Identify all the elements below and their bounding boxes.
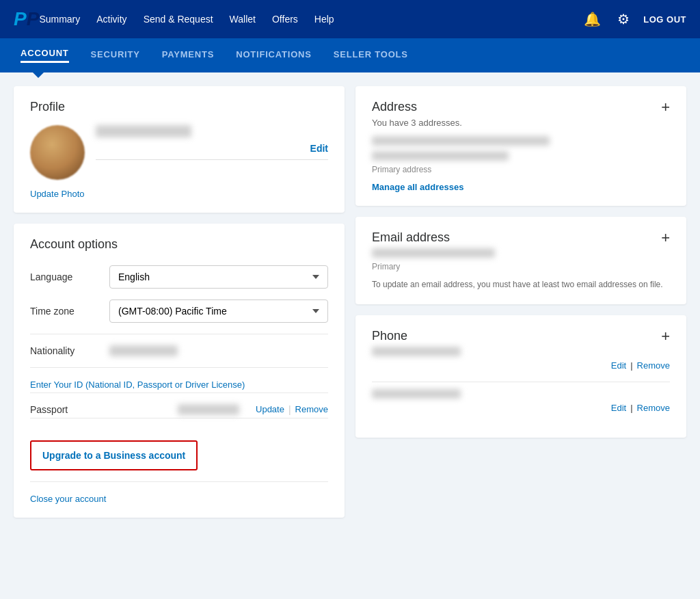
upgrade-box: Upgrade to a Business account [30,440,198,470]
phone-remove-1[interactable]: Remove [637,360,670,371]
email-note: To update an email address, you must hav… [372,278,670,291]
notifications-icon[interactable]: 🔔 [581,8,604,30]
passport-label: Passport [30,404,98,415]
phone-actions-1: Edit | Remove [372,360,670,371]
phone-card-title: Phone [372,329,407,343]
sub-navigation-wrapper: ACCOUNT SECURITY PAYMENTS NOTIFICATIONS … [0,38,700,72]
settings-icon[interactable]: ⚙ [615,8,632,30]
timezone-label: Time zone [30,306,98,317]
nationality-label: Nationality [30,345,98,356]
account-options-card: Account options Language English Time zo… [14,224,345,518]
profile-edit-row: Edit [96,143,328,154]
add-email-button[interactable]: + [661,230,670,245]
profile-name-blurred [96,125,191,137]
phone-edit-1[interactable]: Edit [611,360,626,371]
phone-remove-2[interactable]: Remove [637,403,670,413]
avatar [30,125,85,180]
phone-card: Phone + Edit | Remove Edit | Remove [355,315,686,438]
nav-help[interactable]: Help [314,14,334,25]
primary-email-label: Primary [372,262,670,271]
address-header: Address + [372,100,670,115]
enter-id-divider [30,367,328,368]
phone-entry-2: Edit | Remove [372,389,670,413]
phone-blurred-2 [372,389,461,399]
enter-id-link[interactable]: Enter Your ID (National ID, Passport or … [30,380,245,390]
profile-edit-link[interactable]: Edit [310,143,328,154]
phone-separator-1: | [630,360,632,371]
subnav-security[interactable]: SECURITY [91,49,140,62]
left-column: Profile Edit Update Photo Account option… [14,86,345,518]
phone-separator-2: | [630,403,632,413]
profile-row: Edit [30,125,328,180]
logout-button[interactable]: LOG OUT [643,14,686,25]
add-address-button[interactable]: + [661,100,670,115]
primary-address-label: Primary address [372,165,670,174]
subnav-seller-tools[interactable]: SELLER TOOLS [334,49,408,62]
passport-divider [30,392,328,393]
nav-offers[interactable]: Offers [272,14,298,25]
passport-update-link[interactable]: Update [256,404,284,415]
subnav-payments[interactable]: PAYMENTS [162,49,214,62]
nav-wallet[interactable]: Wallet [230,14,256,25]
right-column: Address + You have 3 addresses. Primary … [355,86,686,518]
nav-send-request[interactable]: Send & Request [144,14,213,25]
subnav-notifications[interactable]: NOTIFICATIONS [236,49,312,62]
page-content: Profile Edit Update Photo Account option… [0,72,700,531]
profile-divider [96,159,328,160]
phone-divider [372,382,670,382]
update-photo-link[interactable]: Update Photo [30,189,85,199]
profile-card-title: Profile [30,100,328,114]
subnav-account[interactable]: ACCOUNT [21,48,69,63]
nav-summary[interactable]: Summary [39,14,80,25]
top-nav-links: Summary Activity Send & Request Wallet O… [39,14,581,25]
address-card: Address + You have 3 addresses. Primary … [355,86,686,206]
upgrade-to-business-link[interactable]: Upgrade to a Business account [42,450,185,461]
passport-separator: | [288,404,291,415]
phone-blurred-1 [372,347,461,356]
phone-entry-1: Edit | Remove [372,347,670,371]
passport-row: Passport Update | Remove [30,404,328,415]
upgrade-divider [30,418,328,418]
manage-addresses-link[interactable]: Manage all addresses [372,182,463,192]
phone-header: Phone + [372,329,670,344]
email-card: Email address + Primary To update an ema… [355,217,686,304]
nationality-blurred [109,345,178,356]
account-options-title: Account options [30,237,328,252]
profile-card: Profile Edit Update Photo [14,86,345,213]
phone-actions-2: Edit | Remove [372,403,670,413]
top-nav-right: 🔔 ⚙ LOG OUT [581,8,686,30]
paypal-logo: PP [14,8,39,30]
nationality-divider [30,334,328,334]
phone-edit-2[interactable]: Edit [611,403,626,413]
add-phone-button[interactable]: + [661,329,670,344]
language-row: Language English [30,265,328,289]
address-blurred-line2 [372,151,509,161]
passport-actions: Update | Remove [256,404,328,415]
sub-navigation: ACCOUNT SECURITY PAYMENTS NOTIFICATIONS … [0,38,700,72]
timezone-row: Time zone (GMT-08:00) Pacific Time [30,300,328,323]
close-account-divider [30,481,328,482]
email-header: Email address + [372,230,670,245]
active-tab-indicator [31,71,45,78]
passport-remove-link[interactable]: Remove [295,404,328,415]
nav-activity[interactable]: Activity [96,14,126,25]
timezone-select[interactable]: (GMT-08:00) Pacific Time [109,300,328,323]
close-account-link[interactable]: Close your account [30,494,106,504]
top-navigation: PP Summary Activity Send & Request Walle… [0,0,700,38]
address-blurred-line1 [372,136,550,146]
nationality-row: Nationality [30,345,328,356]
passport-blurred [178,404,239,415]
address-card-title: Address [372,100,417,114]
address-subtitle: You have 3 addresses. [372,118,670,128]
email-card-title: Email address [372,230,450,245]
language-label: Language [30,271,98,282]
profile-info: Edit [96,125,328,165]
language-select[interactable]: English [109,265,328,289]
email-blurred [372,248,495,258]
